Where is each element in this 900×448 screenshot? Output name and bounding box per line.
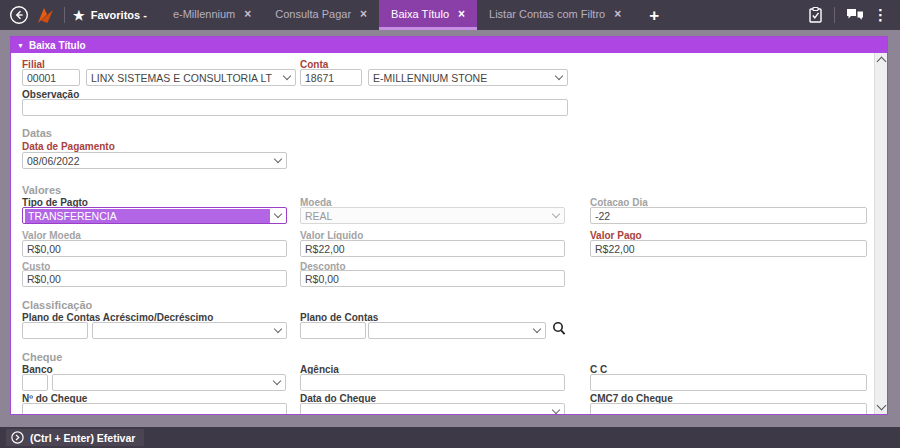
scroll-up-icon[interactable]	[877, 57, 887, 67]
classificacao-section-header: Classificação	[22, 299, 92, 311]
valor-pago-input[interactable]	[590, 240, 867, 257]
plano-contas-code-input[interactable]	[300, 322, 366, 339]
linx-logo-icon	[34, 4, 56, 26]
panel-body: Filial LINX SISTEMAS E CONSULTORIA LT Co…	[11, 53, 887, 414]
tab-consulta-pagar[interactable]: Consulta Pagar ×	[263, 0, 379, 30]
footer-bar: (Ctrl + Enter) Efetivar	[0, 427, 900, 448]
new-tab-button[interactable]: +	[649, 7, 659, 24]
favorites-label: Favoritos -	[91, 9, 147, 21]
back-button[interactable]	[8, 4, 30, 26]
arrow-right-circle-icon	[11, 431, 24, 444]
divider	[64, 7, 65, 23]
tab-e-millennium[interactable]: e-Millennium ×	[161, 0, 263, 30]
kebab-menu-button[interactable]: ⋮	[869, 6, 892, 24]
vertical-scrollbar[interactable]	[874, 53, 887, 414]
valor-liquido-input[interactable]	[300, 240, 565, 257]
custo-input[interactable]	[22, 270, 287, 287]
conta-select[interactable]: E-MILLENNIUM STONE	[368, 69, 568, 86]
star-icon: ★	[73, 8, 85, 23]
chevron-down-icon	[274, 155, 282, 163]
data-cheque-select[interactable]	[300, 403, 565, 414]
app-window: ★ Favoritos - e-Millennium × Consulta Pa…	[0, 0, 900, 448]
conta-select-value: E-MILLENNIUM STONE	[373, 72, 551, 84]
data-pagamento-label: Data de Pagamento	[22, 141, 115, 152]
cheque-section-header: Cheque	[22, 351, 62, 363]
back-arrow-icon	[9, 5, 29, 25]
conta-code-input[interactable]	[300, 69, 362, 86]
chevron-down-icon	[283, 72, 291, 80]
datas-section-header: Datas	[22, 127, 52, 139]
chevron-down-icon	[533, 325, 541, 333]
agencia-input[interactable]	[300, 374, 565, 391]
filial-select-value: LINX SISTEMAS E CONSULTORIA LT	[91, 72, 279, 84]
tasks-clipboard-button[interactable]	[807, 6, 824, 24]
topbar-right-actions: ⋮	[807, 6, 892, 24]
plano-contas-select[interactable]	[368, 322, 546, 339]
close-icon[interactable]: ×	[458, 7, 465, 21]
plano-acrescimo-select[interactable]	[92, 322, 287, 339]
messages-button[interactable]	[845, 7, 865, 23]
scroll-down-icon[interactable]	[877, 401, 887, 411]
numero-cheque-input[interactable]	[22, 403, 287, 414]
tab-label: Listar Contas com Filtro	[489, 8, 605, 20]
observacao-input[interactable]	[22, 99, 568, 116]
tab-label: Consulta Pagar	[275, 8, 351, 20]
tab-label: e-Millennium	[173, 8, 235, 20]
efetivar-button[interactable]: (Ctrl + Enter) Efetivar	[6, 429, 144, 446]
chevron-down-icon	[552, 210, 560, 218]
tab-label: Baixa Título	[391, 8, 449, 20]
chevron-down-icon	[274, 210, 282, 218]
plano-acrescimo-code-input[interactable]	[22, 322, 88, 339]
cotacao-dia-input[interactable]	[590, 207, 867, 224]
chevron-down-icon	[273, 377, 281, 385]
data-pagamento-select[interactable]: 08/06/2022	[22, 152, 287, 169]
filial-select[interactable]: LINX SISTEMAS E CONSULTORIA LT	[86, 69, 296, 86]
baixa-titulo-panel: ▼ Baixa Título Filial LINX SISTEMAS E CO…	[10, 36, 888, 415]
banco-select[interactable]	[52, 374, 286, 391]
cmc7-cheque-input[interactable]	[590, 403, 867, 414]
tipo-pagto-value: TRANSFERENCIA	[25, 209, 270, 223]
top-bar: ★ Favoritos - e-Millennium × Consulta Pa…	[0, 0, 900, 30]
search-icon	[552, 321, 566, 336]
tipo-pagto-select[interactable]: TRANSFERENCIA	[22, 207, 287, 224]
divider	[834, 7, 835, 23]
collapse-caret-icon: ▼	[17, 42, 24, 49]
chevron-down-icon	[552, 406, 560, 414]
tab-baixa-titulo[interactable]: Baixa Título ×	[379, 0, 477, 30]
panel-title: Baixa Título	[29, 40, 86, 51]
cc-input[interactable]	[590, 374, 867, 391]
data-pagamento-value: 08/06/2022	[27, 155, 270, 167]
clipboard-check-icon	[807, 6, 824, 24]
chat-bubbles-icon	[845, 7, 865, 23]
desconto-input[interactable]	[300, 270, 565, 287]
plano-contas-search-button[interactable]	[552, 321, 566, 340]
close-icon[interactable]: ×	[614, 7, 621, 21]
content-area: ▼ Baixa Título Filial LINX SISTEMAS E CO…	[0, 30, 900, 427]
panel-header[interactable]: ▼ Baixa Título	[11, 37, 887, 53]
moeda-select: REAL	[300, 207, 565, 224]
moeda-value: REAL	[305, 210, 548, 222]
valores-section-header: Valores	[22, 184, 61, 196]
efetivar-label: (Ctrl + Enter) Efetivar	[30, 432, 135, 444]
tab-listar-contas-com-filtro[interactable]: Listar Contas com Filtro ×	[477, 0, 633, 30]
chevron-down-icon	[274, 325, 282, 333]
chevron-down-icon	[555, 72, 563, 80]
favorites-menu[interactable]: ★ Favoritos -	[73, 8, 147, 23]
banco-code-input[interactable]	[22, 374, 48, 391]
valor-moeda-input[interactable]	[22, 240, 287, 257]
filial-code-input[interactable]	[22, 69, 80, 86]
close-icon[interactable]: ×	[244, 7, 251, 21]
close-icon[interactable]: ×	[360, 7, 367, 21]
